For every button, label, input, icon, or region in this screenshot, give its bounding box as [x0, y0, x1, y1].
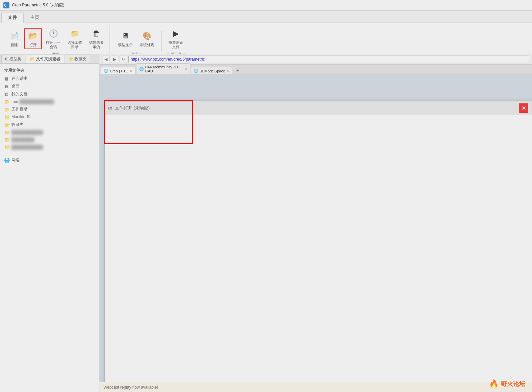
watermark-label: 野火论坛: [501, 380, 525, 388]
watermark: 🔥 野火论坛: [489, 379, 525, 389]
dialog-overlay: [0, 0, 532, 392]
watermark-logo: 🔥: [489, 379, 499, 389]
